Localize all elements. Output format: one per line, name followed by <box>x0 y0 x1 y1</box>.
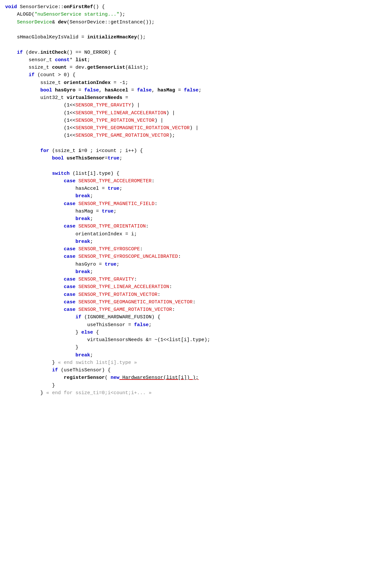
code-line: case SENSOR_TYPE_ORIENTATION: <box>5 223 392 230</box>
code-line: case SENSOR_TYPE_GAME_ROTATION_VECTOR: <box>5 306 392 313</box>
code-line: break; <box>5 352 392 359</box>
code-line: virtualSensorsNeeds &= ~(1<<list[i].type… <box>5 336 392 344</box>
code-line <box>5 41 392 48</box>
code-line: break; <box>5 192 392 200</box>
code-line: if (count > 0) { <box>5 71 392 79</box>
code-line: break; <box>5 238 392 245</box>
code-line: case SENSOR_TYPE_GRAVITY: <box>5 276 392 283</box>
code-line: SensorDevice& dev(SensorDevice::getInsta… <box>5 19 392 26</box>
code-line: } « end for ssize_ti=0;i<count;i+... » <box>5 389 392 397</box>
code-line: if (dev.initCheck() == NO_ERROR) { <box>5 49 392 56</box>
code-line: bool useThisSensor=true; <box>5 155 392 162</box>
code-line <box>5 26 392 34</box>
code-line: } <box>5 344 392 351</box>
code-line: ssize_t count = dev.getSensorList(&list)… <box>5 64 392 71</box>
code-line: case SENSOR_TYPE_GEOMAGNETIC_ROTATION_VE… <box>5 298 392 306</box>
code-line: (1<<SENSOR_TYPE_ROTATION_VECTOR) | <box>5 117 392 124</box>
code-line: case SENSOR_TYPE_GYROSCOPE_UNCALIBRATED: <box>5 253 392 260</box>
code-line: useThisSensor = false; <box>5 321 392 329</box>
code-line: break; <box>5 215 392 223</box>
code-line: case SENSOR_TYPE_LINEAR_ACCELERATION: <box>5 283 392 291</box>
code-line: hasAccel = true; <box>5 185 392 192</box>
code-line: sensor_t const* list; <box>5 56 392 64</box>
code-line: case SENSOR_TYPE_MAGNETIC_FIELD: <box>5 200 392 208</box>
code-line: orientationIndex = i; <box>5 230 392 238</box>
code-line: switch (list[i].type) { <box>5 170 392 177</box>
code-line: ssize_t orientationIndex = -1; <box>5 79 392 87</box>
code-line: case SENSOR_TYPE_GYROSCOPE: <box>5 245 392 253</box>
code-line: (1<<SENSOR_TYPE_LINEAR_ACCELERATION) | <box>5 109 392 117</box>
code-line: (1<<SENSOR_TYPE_GEOMAGNETIC_ROTATION_VEC… <box>5 124 392 132</box>
code-line <box>5 140 392 147</box>
code-line: registerSensor( new HardwareSensor(list[… <box>5 374 392 381</box>
code-line <box>5 162 392 170</box>
code-line: (1<<SENSOR_TYPE_GAME_ROTATION_VECTOR); <box>5 132 392 139</box>
code-line: hasGyro = true; <box>5 261 392 268</box>
code-line: for (ssize_t i=0 ; i<count ; i++) { <box>5 147 392 155</box>
code-line: void SensorService::onFirstRef() { <box>5 3 392 11</box>
code-line: break; <box>5 268 392 276</box>
code-line: } « end switch list[i].type » <box>5 359 392 366</box>
code-line: } else { <box>5 329 392 336</box>
code-line: hasMag = true; <box>5 208 392 215</box>
code-line: sHmacGlobalKeyIsValid = initializeHmacKe… <box>5 34 392 41</box>
code-line: case SENSOR_TYPE_ACCELEROMETER: <box>5 177 392 185</box>
code-line: (1<<SENSOR_TYPE_GRAVITY) | <box>5 102 392 109</box>
code-line: bool hasGyro = false, hasAccel = false, … <box>5 87 392 94</box>
code-container: void SensorService::onFirstRef() { ALOGD… <box>0 0 392 400</box>
code-line: ALOGD("nuSensorService starting..."); <box>5 11 392 18</box>
code-line: uint32_t virtualSensorsNeeds = <box>5 94 392 102</box>
code-line: } <box>5 382 392 389</box>
code-line: if (IGNORE_HARDWARE_FUSION) { <box>5 313 392 321</box>
code-line: case SENSOR_TYPE_ROTATION_VECTOR: <box>5 291 392 298</box>
code-line: if (useThisSensor) { <box>5 366 392 374</box>
code-content: void SensorService::onFirstRef() { ALOGD… <box>0 3 392 397</box>
